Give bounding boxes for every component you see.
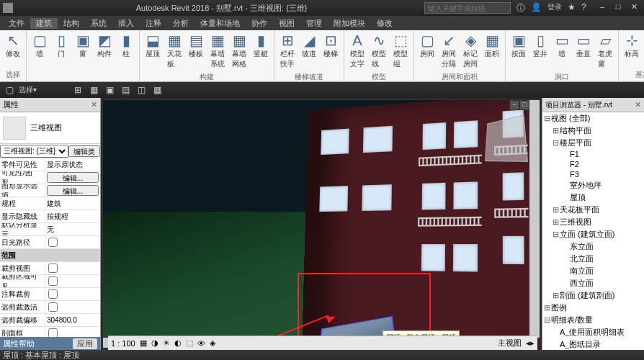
ribbon-栏杆扶手-button[interactable]: ⊞栏杆扶手 [277,32,298,71]
prop-checkbox[interactable] [48,276,58,286]
ribbon-幕墙系统-button[interactable]: ▦幕墙系统 [207,32,228,71]
tree-item-A_图纸目录[interactable]: A_图纸目录 [542,338,644,350]
sun-icon[interactable]: ☀ [163,338,170,348]
tree-toggle-icon[interactable]: ⊟ [544,315,551,325]
qat-icon[interactable]: ◫ [135,84,148,96]
prop-value[interactable]: 建筑 [45,197,100,210]
user-label[interactable]: 登录 [547,2,562,14]
reveal-icon[interactable]: ◈ [210,338,215,348]
view-tab[interactable]: 主视图 [498,338,522,348]
ribbon-幕墙网格-button[interactable]: ▦幕墙网格 [229,32,249,71]
tree-item-天花板平面[interactable]: ⊞天花板平面 [542,204,644,216]
tree-toggle-icon[interactable]: ⊞ [544,303,551,312]
viewcube[interactable] [485,114,528,162]
ribbon-模型组-button[interactable]: ⬚模型组 [390,32,411,71]
menu-系统[interactable]: 系统 [85,18,112,29]
tree-item-F3[interactable]: F3 [542,169,644,179]
qat-icon[interactable]: ⊞ [71,84,84,96]
menu-文件[interactable]: 文件 [3,18,30,29]
ribbon-墙-button[interactable]: ▢墙 [30,32,50,60]
tree-item-剖面 (建筑剖面)[interactable]: ⊞剖面 (建筑剖面) [542,289,644,302]
menu-管理[interactable]: 管理 [300,18,328,29]
menu-协作[interactable]: 协作 [246,18,273,29]
menu-注释[interactable]: 注释 [140,18,167,29]
edit-type-button[interactable]: 编辑类型 [68,145,100,157]
prop-value[interactable] [45,301,100,313]
prop-edit-button[interactable]: 编辑... [47,172,99,183]
tree-item-F2[interactable]: F2 [542,159,644,169]
props-help-label[interactable]: 属性帮助 [3,338,35,349]
prop-checkbox[interactable] [48,289,58,299]
minimize-button[interactable]: – [595,2,609,14]
ribbon-模型文字-button[interactable]: A模型文字 [347,32,367,71]
ribbon-竖梃-button[interactable]: ▮竖梃 [251,32,271,60]
prop-value[interactable]: 显示原状态 [45,158,100,171]
prop-value[interactable] [45,288,100,300]
menu-结构[interactable]: 结构 [58,18,85,29]
ribbon-竖井-button[interactable]: ▯竖井 [530,32,550,60]
ribbon-面积-button[interactable]: ▦面积 [482,32,502,60]
ribbon-墙-button[interactable]: ▭墙 [552,32,572,60]
ribbon-修改-button[interactable]: ↖修改 [3,32,23,60]
user-icon[interactable]: 👤 [531,2,542,14]
ribbon-楼梯-button[interactable]: ⊡楼梯 [321,32,341,60]
shadows-icon[interactable]: ◐ [174,338,182,348]
tree-item-西立面[interactable]: 西立面 [542,277,644,289]
tree-toggle-icon[interactable]: ⊞ [553,126,560,135]
vp-maximize-icon[interactable]: □ [520,101,529,109]
tree-toggle-icon[interactable]: ⊟ [544,114,551,123]
qat-icon[interactable]: ▦ [87,84,100,96]
qat-icon[interactable]: ▣ [103,84,116,96]
qat-icon[interactable]: ▦ [151,84,164,96]
prop-value[interactable] [45,327,100,337]
prop-value[interactable]: 编辑... [45,184,100,197]
ribbon-窗-button[interactable]: ▣窗 [73,32,93,60]
ribbon-构件-button[interactable]: ◩构件 [94,32,115,60]
menu-体量和场地[interactable]: 体量和场地 [194,18,246,29]
tree-item-东立面[interactable]: 东立面 [542,240,644,253]
prop-value[interactable] [45,262,100,274]
instance-select[interactable]: 三维视图: {三维} [0,145,68,158]
ribbon-门-button[interactable]: ▯门 [51,32,71,60]
prop-value[interactable]: 304800.0 [45,314,100,326]
prop-checkbox[interactable] [48,238,58,247]
tree-item-F1[interactable]: F1 [542,149,644,159]
scale-label[interactable]: 1 : 100 [111,339,135,348]
ribbon-坡道-button[interactable]: ◢坡道 [299,32,319,60]
panel-close-icon[interactable]: ✕ [91,100,97,109]
ribbon-标记房间-button[interactable]: ◈标记房间 [460,32,480,71]
ribbon-房间分隔-button[interactable]: ↙房间分隔 [439,32,459,71]
tree-item-楼层平面[interactable]: ⊟楼层平面 [542,137,644,149]
help-icon[interactable]: ? [581,2,586,14]
tree-item-明细表/数量[interactable]: ⊟明细表/数量 [542,314,644,326]
search-input[interactable] [424,2,511,14]
prop-checkbox[interactable] [48,328,58,337]
menu-分析[interactable]: 分析 [167,18,194,29]
scrollbar-vertical[interactable] [529,100,540,338]
vp-minimize-icon[interactable]: – [510,101,519,109]
panel-close-icon[interactable]: ✕ [635,100,641,109]
tree-toggle-icon[interactable]: ⊞ [553,217,560,227]
ribbon-模型线-button[interactable]: ∿模型线 [369,32,389,71]
favorite-icon[interactable]: ★ [568,2,576,14]
ribbon-屋顶-button[interactable]: ⬓屋顶 [143,32,163,60]
tree-toggle-icon[interactable]: ⊞ [553,291,560,300]
tree-item-北立面[interactable]: 北立面 [542,253,644,265]
tab-nav-icon[interactable]: ◂▸ [526,338,535,348]
menu-建筑[interactable]: 建筑 [30,18,58,29]
detail-icon[interactable]: ▦ [140,338,147,348]
apply-button[interactable]: 应用 [73,338,97,349]
tree-item-视图 (全部)[interactable]: ⊟视图 (全部) [542,112,644,125]
prop-value[interactable]: 按规程 [45,210,100,222]
select-option-icon[interactable]: ▢ [3,84,16,96]
ribbon-房间-button[interactable]: ▢房间 [417,32,437,60]
tree-item-室外地坪[interactable]: 室外地坪 [542,179,644,192]
prop-checkbox[interactable] [48,302,58,312]
prop-edit-button[interactable]: 编辑... [47,185,99,196]
tree-toggle-icon[interactable]: ⊟ [553,230,560,239]
info-icon[interactable]: ⓘ [516,2,525,14]
ribbon-天花板-button[interactable]: ▦天花板 [164,32,184,71]
visual-style-icon[interactable]: ◑ [151,338,158,348]
prop-checkbox[interactable] [48,264,58,273]
menu-视图[interactable]: 视图 [273,18,300,29]
